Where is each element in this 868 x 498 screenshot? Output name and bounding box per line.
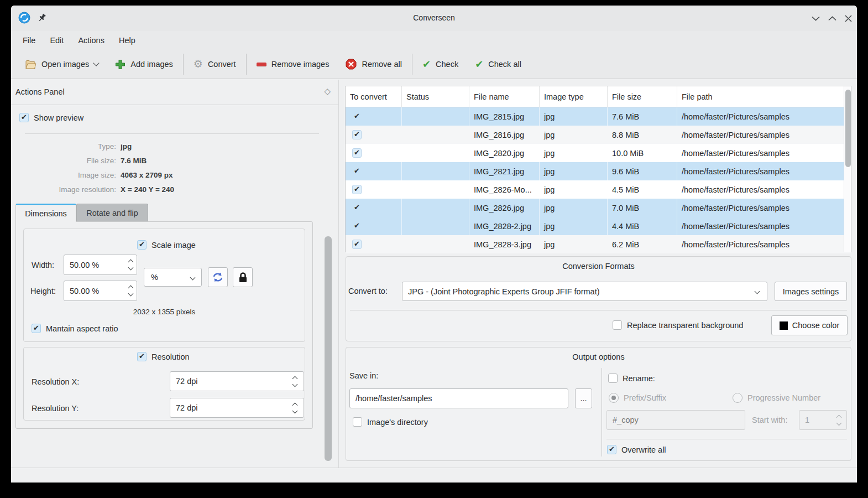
show-preview-checkbox[interactable]: Show preview [19,113,83,122]
col-status[interactable]: Status [402,86,469,107]
rename-checkbox[interactable]: Rename: [608,374,655,383]
prefix-suffix-radio[interactable]: Prefix/Suffix [609,393,666,403]
height-spinbox[interactable] [64,281,137,301]
spin-up-icon[interactable] [836,414,842,420]
table-row[interactable]: IMG_2826.jpgjpg7.0 MiB/home/faster/Pictu… [346,199,851,217]
save-path-field[interactable] [349,388,568,408]
menu-file[interactable]: File [15,33,43,48]
output-options-title: Output options [346,352,851,361]
resolution-x-spinbox[interactable] [170,371,304,391]
spin-down-icon[interactable] [836,420,842,426]
row-checkbox[interactable] [352,203,362,212]
tab-rotate-and-flip[interactable]: Rotate and flip [76,204,148,222]
row-checkbox[interactable] [352,148,362,158]
resolution-x-input[interactable] [170,377,304,386]
save-path-input[interactable] [350,394,568,403]
width-spinbox[interactable] [64,255,137,275]
spin-down-icon[interactable] [292,381,298,387]
col-file-size[interactable]: File size [608,86,677,107]
row-checkbox[interactable] [352,130,362,139]
resolution-y-spinbox[interactable] [170,398,304,418]
table-row[interactable]: IMG_2826-Mo...jpg4.5 MiB/home/faster/Pic… [346,180,851,199]
table-row[interactable]: IMG_2828-3.jpgjpg6.2 MiB/home/faster/Pic… [346,235,851,253]
table-row[interactable]: IMG_2816.jpgjpg8.8 MiB/home/faster/Pictu… [346,126,851,144]
row-checkbox[interactable] [352,112,362,121]
resolution-checkbox[interactable]: Resolution [137,352,190,361]
spin-down-icon[interactable] [128,291,134,297]
titlebar[interactable]: Converseen [11,6,857,31]
to-convert-cell[interactable] [346,180,402,199]
to-convert-cell[interactable] [346,162,402,180]
file-size-cell: 6.2 MiB [608,235,677,253]
col-to-convert[interactable]: To convert [346,86,402,107]
table-row[interactable]: IMG_2821.jpgjpg9.6 MiB/home/faster/Pictu… [346,162,851,180]
convert-button[interactable]: ⚙ Convert [185,53,244,75]
spin-up-icon[interactable] [128,286,134,291]
format-combobox[interactable]: JPG - (Joint Photographic Experts Group … [402,282,767,301]
to-convert-cell[interactable] [346,217,402,235]
check-all-button[interactable]: ✔ Check all [467,53,530,75]
row-checkbox[interactable] [352,185,362,194]
width-input[interactable] [64,261,137,269]
float-panel-icon[interactable]: ◇ [324,86,331,96]
row-checkbox[interactable] [352,240,362,249]
swap-dimensions-button[interactable] [208,267,228,287]
resolution-y-label: Resolution Y: [32,404,79,413]
to-convert-cell[interactable] [346,126,402,144]
col-file-name[interactable]: File name [469,86,540,107]
replace-transparent-checkbox[interactable]: Replace transparent background [613,320,743,330]
remove-images-button[interactable]: Remove images [248,53,338,75]
spin-down-icon[interactable] [128,265,134,271]
table-row[interactable]: IMG_2828-2.jpgjpg4.4 MiB/home/faster/Pic… [346,217,851,235]
rename-pattern-input[interactable] [607,416,745,424]
close-button[interactable] [843,13,853,23]
menu-edit[interactable]: Edit [43,33,71,48]
tab-dimensions[interactable]: Dimensions [15,204,76,222]
file-name-cell: IMG_2826.jpg [469,199,540,217]
row-checkbox[interactable] [352,221,362,231]
table-row[interactable]: IMG_2815.jpgjpg7.6 MiB/home/faster/Pictu… [346,107,851,126]
table-scrollbar[interactable] [844,86,851,252]
panel-splitter[interactable] [338,80,339,468]
status-cell [402,180,469,199]
browse-button[interactable]: ... [575,388,592,408]
maintain-aspect-ratio-checkbox[interactable]: Mantain aspect ratio [32,324,118,333]
row-checkbox[interactable] [352,167,362,176]
to-convert-cell[interactable] [346,144,402,162]
table-row[interactable]: IMG_2820.jpgjpg10.0 MiB/home/faster/Pict… [346,144,851,162]
spin-up-icon[interactable] [292,376,298,381]
menu-help[interactable]: Help [112,33,143,48]
stop-x-icon [346,59,357,70]
to-convert-cell[interactable] [346,199,402,217]
table-scrollbar-thumb[interactable] [845,90,851,167]
remove-all-button[interactable]: Remove all [337,53,410,75]
to-convert-cell[interactable] [346,235,402,253]
resolution-y-input[interactable] [170,403,304,412]
spin-up-icon[interactable] [128,260,134,265]
lock-ratio-button[interactable] [233,267,253,287]
maximize-button[interactable] [827,13,837,23]
menu-actions[interactable]: Actions [71,33,112,48]
minimize-button[interactable] [811,13,820,23]
spin-down-icon[interactable] [292,408,298,413]
choose-color-button[interactable]: Choose color [771,315,848,335]
images-settings-button[interactable]: Images settings [775,282,847,301]
unit-combobox[interactable]: % [144,268,202,287]
col-file-path[interactable]: File path [677,86,851,107]
progressive-number-radio[interactable]: Progressive Number [733,393,820,403]
height-input[interactable] [64,287,137,295]
open-images-button[interactable]: Open images [17,53,107,75]
rename-pattern-field[interactable] [606,410,745,430]
file-size-cell: 10.0 MiB [608,144,677,162]
add-images-button[interactable]: Add images [107,53,181,75]
scale-image-checkbox[interactable]: Scale image [137,240,196,250]
images-directory-checkbox[interactable]: Image's directory [353,417,428,427]
check-button[interactable]: ✔ Check [414,53,467,75]
to-convert-cell[interactable] [346,107,402,126]
panel-scrollbar-thumb[interactable] [325,236,332,461]
overwrite-all-checkbox[interactable]: Overwrite all [607,445,666,454]
col-image-type[interactable]: Image type [540,86,608,107]
gear-icon: ⚙ [194,59,203,69]
spin-up-icon[interactable] [292,402,298,408]
start-with-spinbox[interactable] [799,410,847,430]
